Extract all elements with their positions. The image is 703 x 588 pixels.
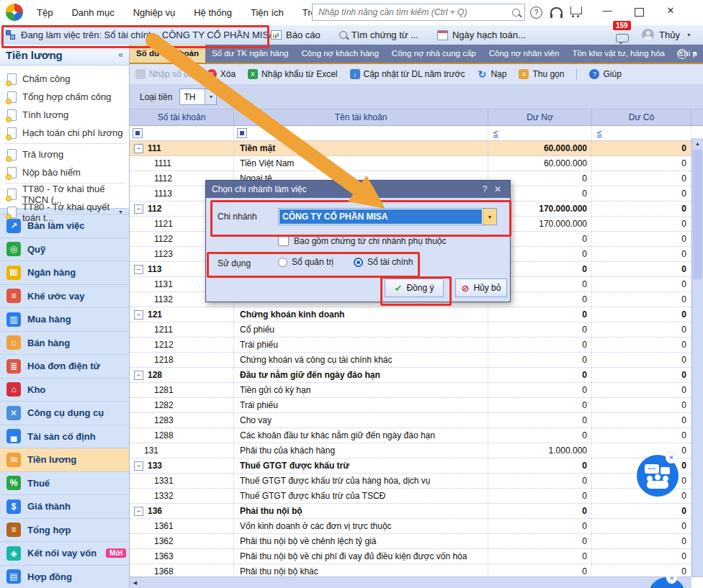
tab-t-n-kho-v-t-t-h-ng-h-a[interactable]: Tồn kho vật tư, hàng hóa [565, 45, 671, 63]
nav-item-loan-contract[interactable]: ≡Khế ước vay [0, 284, 129, 308]
currency-combobox[interactable]: TH ▼ [179, 89, 217, 105]
table-row[interactable]: −136Phải thu nội bộ00 [130, 504, 703, 519]
support-headset-icon[interactable] [550, 7, 563, 15]
filter-icon[interactable] [237, 128, 247, 138]
task-item[interactable]: Trả lương [0, 145, 129, 163]
table-row[interactable]: −121Chứng khoán kinh doanh00 [130, 307, 703, 322]
radio-management-book[interactable]: Sổ quản trị [278, 257, 333, 267]
cancel-button[interactable]: ⊘ Hủy bỏ [455, 279, 507, 297]
radio-financial-icon[interactable] [354, 258, 363, 267]
toolbar-button-update[interactable]: ↓Cập nhật từ DL năm trước [350, 69, 465, 79]
menu-item-hệ-thống[interactable]: Hệ thống [184, 7, 241, 18]
task-dropdown-icon[interactable]: ▼ [118, 209, 123, 214]
scroll-up-icon[interactable]: ▲ [692, 138, 703, 149]
table-row[interactable]: 1283Cho vay00 [130, 413, 703, 428]
nav-item-fixed-asset[interactable]: ▄Tài sản cố định [0, 425, 129, 448]
column-header-3[interactable]: Dư Nợ [488, 109, 592, 125]
task-item[interactable]: Tổng hợp chấm công [0, 88, 129, 106]
nav-item-contract[interactable]: ▤Hợp đồng [0, 565, 129, 588]
nav-item-purchase-cart[interactable]: ▥Mua hàng [0, 307, 129, 331]
branch-combobox[interactable]: CÔNG TY CỔ PHẦN MISA ▼ [278, 208, 497, 225]
posting-date-button[interactable]: Ngày hạch toán... [437, 30, 526, 40]
tab-s-d-t-i-kho-n[interactable]: Số dư tài khoản [130, 45, 205, 63]
filter-operator[interactable]: ≤ [595, 128, 602, 138]
tab-s-d-tk-ng-n-h-ng[interactable]: Số dư TK ngân hàng [205, 45, 295, 63]
filter-cell[interactable]: ≤ [488, 126, 592, 140]
expand-toggle-icon[interactable]: − [134, 265, 143, 274]
shop-cart-icon[interactable] [570, 6, 582, 14]
table-row[interactable]: 1288Các khoản đầu tư khác nắm giữ đến ng… [130, 428, 703, 443]
include-subbranch-checkbox[interactable] [278, 235, 289, 246]
toolbar-button-excel-import[interactable]: XNhập khẩu từ Excel [248, 69, 337, 79]
table-row[interactable]: −133Thuế GTGT được khấu trừ00 [130, 458, 703, 474]
menu-item-nghiệp-vụ[interactable]: Nghiệp vụ [124, 7, 185, 18]
nav-item-e-invoice[interactable]: ≣Hóa đơn điện tử [0, 354, 129, 378]
menu-item-tiện-ích[interactable]: Tiện ích [241, 7, 293, 18]
expand-toggle-icon[interactable]: − [134, 461, 143, 471]
task-item[interactable]: Hạch toán chi phí lương [0, 124, 129, 142]
report-button[interactable]: Báo cáo [271, 30, 321, 40]
ok-button[interactable]: ✔ Đồng ý [385, 279, 444, 297]
find-voucher-button[interactable]: Tìm chứng từ ... [339, 30, 418, 40]
nav-item-store[interactable]: ⌂Bán hàng [0, 331, 129, 355]
tab-settings-gear-icon[interactable] [677, 49, 687, 59]
task-item[interactable]: TT80 - Tờ khai quyết toán t...▼ [0, 203, 129, 221]
filter-cell[interactable] [234, 126, 488, 140]
window-maximize-button[interactable] [635, 8, 644, 17]
column-header-1[interactable]: Số tài khoản [130, 109, 234, 125]
expand-toggle-icon[interactable]: − [134, 507, 143, 516]
task-item[interactable]: TT80 - Tờ khai thuế TNCN (... [0, 185, 129, 203]
toolbar-button-help[interactable]: ?Giúp [589, 69, 621, 79]
dialog-help-button[interactable]: ? [478, 184, 491, 194]
chat-close-button[interactable]: ✕ [666, 452, 677, 463]
toolbar-button-delete[interactable]: ✕Xóa [207, 69, 236, 79]
user-avatar[interactable] [642, 29, 654, 41]
scroll-left-icon[interactable]: ◀ [130, 577, 140, 588]
window-minimize-button[interactable]: — [602, 6, 612, 16]
tab-overflow-caret-icon[interactable]: ▼ [692, 51, 697, 56]
table-row[interactable]: 1282Trái phiếu00 [130, 398, 703, 413]
sidebar-collapse-icon[interactable]: « [118, 50, 123, 60]
filter-cell[interactable] [130, 126, 234, 140]
table-row[interactable]: 1111Tiền Việt Nam60.000.0000 [130, 156, 703, 171]
table-row[interactable]: −128Đầu tư nắm giữ đến ngày đáo hạn00 [130, 368, 703, 383]
table-row[interactable]: 1331Thuế GTGT được khấu trừ của hàng hóa… [130, 474, 703, 489]
window-close-button[interactable]: ✕ [666, 6, 676, 16]
nav-item-tools[interactable]: ✕Công cụ dụng cụ [0, 401, 129, 425]
nav-item-tax[interactable]: %Thuế [0, 471, 129, 495]
nav-item-cash-safe[interactable]: ◎Quỹ [0, 238, 129, 261]
branch-dropdown-icon[interactable]: ▼ [483, 209, 496, 225]
nav-item-general-ledger[interactable]: ≡Tổng hợp [0, 518, 129, 542]
nav-item-warehouse[interactable]: ⌂Kho [0, 378, 129, 402]
working-on-selector[interactable]: Đang làm việc trên: Sổ tài chính - CÔNG … [6, 25, 275, 45]
table-row[interactable]: 1362Phải thu nội bộ về chênh lệch tỷ giá… [130, 534, 703, 549]
table-row[interactable]: −111Tiền mặt60.000.0000 [130, 141, 703, 156]
table-row[interactable]: 131Phải thu của khách hàng1.000.0000 [130, 443, 703, 458]
notification-icon[interactable] [616, 34, 629, 42]
table-row[interactable]: 1281Tiền gửi có kỳ hạn00 [130, 383, 703, 398]
table-row[interactable]: 1363Phải thu nội bộ về chi phí đi vay đủ… [130, 549, 703, 564]
nav-item-bank[interactable]: ⅢNgân hàng [0, 261, 129, 284]
task-item[interactable]: Tính lương [0, 106, 129, 124]
table-row[interactable]: 1211Cổ phiếu00 [130, 322, 703, 338]
radio-management-icon[interactable] [278, 258, 287, 267]
expand-toggle-icon[interactable]: − [134, 371, 143, 380]
tab-c-ng-n-nh-n-vi-n[interactable]: Công nợ nhân viên [483, 45, 566, 63]
horizontal-scrollbar[interactable]: ◀ ▶ [130, 576, 703, 588]
column-header-2[interactable]: Tên tài khoản [234, 109, 488, 125]
tab-c-ng-n-kh-ch-h-ng[interactable]: Công nợ khách hàng [295, 45, 385, 63]
toolbar-button-collapse[interactable]: ≡Thu gọn [519, 69, 564, 79]
expand-toggle-icon[interactable]: − [134, 204, 143, 214]
vertical-scrollbar[interactable]: ▲ ▼ [691, 138, 703, 588]
task-item[interactable]: Nộp bảo hiểm [0, 163, 129, 181]
table-row[interactable]: 1218Chứng khoán và công cụ tài chính khá… [130, 353, 703, 368]
expand-toggle-icon[interactable]: − [134, 144, 143, 153]
nav-item-payroll[interactable]: ✉Tiền lương [0, 448, 129, 471]
filter-icon[interactable] [133, 128, 143, 138]
nav-item-loan-connect[interactable]: ◈Kết nối vay vốnMới [0, 541, 129, 565]
filter-cell[interactable]: ≤ [592, 126, 691, 140]
column-header-4[interactable]: Dư Có [592, 109, 691, 125]
tab-c-ng-n-nh-cung-c-p[interactable]: Công nợ nhà cung cấp [385, 45, 483, 63]
table-row[interactable]: 1332Thuế GTGT được khấu trừ của TSCĐ00 [130, 489, 703, 504]
user-name[interactable]: Thủy [659, 30, 680, 40]
